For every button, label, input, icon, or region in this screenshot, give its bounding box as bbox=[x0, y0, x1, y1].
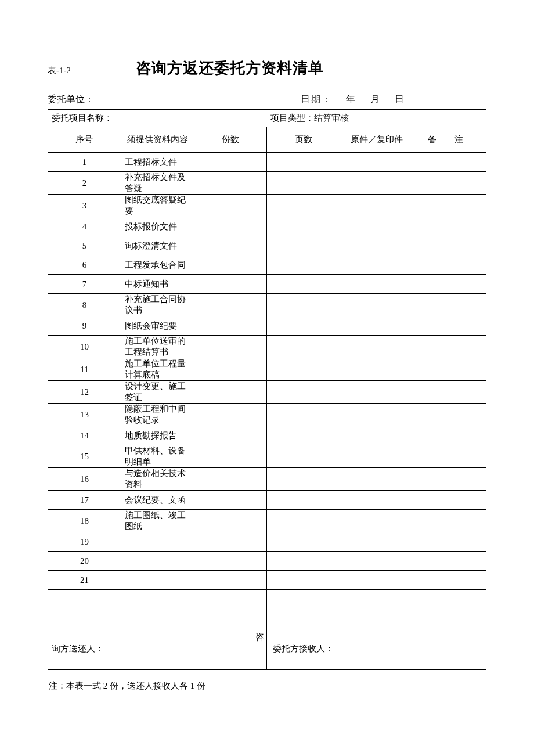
remark-cell bbox=[413, 590, 486, 609]
remark-cell bbox=[413, 468, 486, 491]
remark-cell bbox=[413, 358, 486, 381]
returner-prefix: 咨 bbox=[255, 632, 264, 643]
table-row: 1工程招标文件 bbox=[48, 153, 486, 172]
pages-cell bbox=[267, 358, 340, 381]
orig-cell bbox=[340, 217, 413, 236]
remark-cell bbox=[413, 426, 486, 445]
pages-cell bbox=[267, 294, 340, 316]
copies-cell bbox=[194, 590, 267, 609]
date-month-unit: 月 bbox=[370, 94, 381, 104]
date-label: 日期： bbox=[301, 94, 332, 104]
orig-cell bbox=[340, 255, 413, 275]
copies-cell bbox=[194, 571, 267, 590]
seq-cell: 14 bbox=[48, 426, 121, 445]
pages-cell bbox=[267, 381, 340, 404]
pages-cell bbox=[267, 195, 340, 217]
col-copies: 份数 bbox=[194, 127, 267, 153]
content-cell: 施工单位送审的工程结算书 bbox=[121, 336, 194, 358]
col-remark: 备 注 bbox=[413, 127, 486, 153]
content-cell: 投标报价文件 bbox=[121, 217, 194, 236]
table-row bbox=[48, 609, 486, 628]
orig-cell bbox=[340, 445, 413, 468]
orig-cell bbox=[340, 153, 413, 172]
pages-cell bbox=[267, 426, 340, 445]
remark-cell bbox=[413, 153, 486, 172]
footnote: 注：本表一式 2 份，送还人接收人各 1 份 bbox=[48, 681, 486, 692]
pages-cell bbox=[267, 590, 340, 609]
content-cell: 地质勘探报告 bbox=[121, 426, 194, 445]
copies-cell bbox=[194, 294, 267, 316]
copies-cell bbox=[194, 404, 267, 426]
header-row: 序号 须提供资料内容 份数 页数 原件／复印件 备 注 bbox=[48, 127, 486, 153]
seq-cell: 11 bbox=[48, 358, 121, 381]
pages-cell bbox=[267, 552, 340, 571]
remark-cell bbox=[413, 404, 486, 426]
returner-label: 询方送还人： bbox=[52, 644, 104, 653]
pages-cell bbox=[267, 275, 340, 294]
seq-cell: 17 bbox=[48, 491, 121, 510]
orig-cell bbox=[340, 404, 413, 426]
table-row: 21 bbox=[48, 571, 486, 590]
copies-cell bbox=[194, 275, 267, 294]
pages-cell bbox=[267, 153, 340, 172]
seq-cell: 16 bbox=[48, 468, 121, 491]
table-row: 9图纸会审纪要 bbox=[48, 316, 486, 336]
seq-cell: 1 bbox=[48, 153, 121, 172]
table-row: 3图纸交底答疑纪要 bbox=[48, 195, 486, 217]
content-cell: 补充施工合同协议书 bbox=[121, 294, 194, 316]
table-row: 6工程发承包合同 bbox=[48, 255, 486, 275]
content-cell: 图纸交底答疑纪要 bbox=[121, 195, 194, 217]
pages-cell bbox=[267, 404, 340, 426]
content-cell: 图纸会审纪要 bbox=[121, 316, 194, 336]
date-day-unit: 日 bbox=[395, 94, 405, 104]
content-cell bbox=[121, 552, 194, 571]
copies-cell bbox=[194, 426, 267, 445]
project-name-cell: 委托项目名称： bbox=[48, 110, 267, 127]
seq-cell: 9 bbox=[48, 316, 121, 336]
remark-cell bbox=[413, 336, 486, 358]
pages-cell bbox=[267, 609, 340, 628]
remark-cell bbox=[413, 316, 486, 336]
content-cell: 询标澄清文件 bbox=[121, 236, 194, 255]
seq-cell bbox=[48, 590, 121, 609]
date-year-unit: 年 bbox=[346, 94, 356, 104]
orig-cell bbox=[340, 609, 413, 628]
orig-cell bbox=[340, 195, 413, 217]
copies-cell bbox=[194, 468, 267, 491]
orig-cell bbox=[340, 571, 413, 590]
table-row: 11施工单位工程量计算底稿 bbox=[48, 358, 486, 381]
remark-cell bbox=[413, 172, 486, 195]
content-cell: 会议纪要、文函 bbox=[121, 491, 194, 510]
content-cell: 与造价相关技术资料 bbox=[121, 468, 194, 491]
remark-cell bbox=[413, 381, 486, 404]
copies-cell bbox=[194, 445, 267, 468]
orig-cell bbox=[340, 316, 413, 336]
orig-cell bbox=[340, 294, 413, 316]
orig-cell bbox=[340, 590, 413, 609]
remark-cell bbox=[413, 552, 486, 571]
copies-cell bbox=[194, 381, 267, 404]
remark-cell bbox=[413, 609, 486, 628]
pages-cell bbox=[267, 255, 340, 275]
copies-cell bbox=[194, 510, 267, 532]
orig-cell bbox=[340, 468, 413, 491]
col-pages: 页数 bbox=[267, 127, 340, 153]
pages-cell bbox=[267, 491, 340, 510]
table-row bbox=[48, 590, 486, 609]
orig-cell bbox=[340, 336, 413, 358]
content-cell: 施工单位工程量计算底稿 bbox=[121, 358, 194, 381]
col-orig: 原件／复印件 bbox=[340, 127, 413, 153]
copies-cell bbox=[194, 316, 267, 336]
seq-cell: 19 bbox=[48, 532, 121, 552]
copies-cell bbox=[194, 552, 267, 571]
table-row: 19 bbox=[48, 532, 486, 552]
copies-cell bbox=[194, 236, 267, 255]
remark-cell bbox=[413, 294, 486, 316]
table-row: 16与造价相关技术资料 bbox=[48, 468, 486, 491]
signature-row: 咨 询方送还人： 委托方接收人： bbox=[48, 628, 486, 670]
orig-cell bbox=[340, 552, 413, 571]
content-cell: 隐蔽工程和中间验收记录 bbox=[121, 404, 194, 426]
pages-cell bbox=[267, 510, 340, 532]
copies-cell bbox=[194, 217, 267, 236]
project-row: 委托项目名称： 项目类型：结算审核 bbox=[48, 110, 486, 127]
